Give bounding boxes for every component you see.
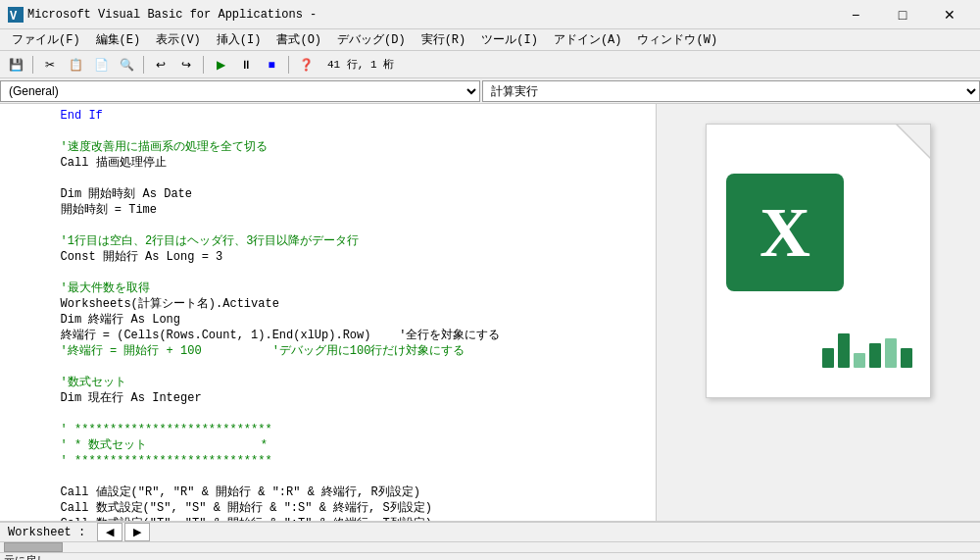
- excel-file-preview: X: [706, 124, 931, 398]
- window-title: Microsoft Visual Basic for Applications …: [27, 8, 833, 22]
- code-line: [0, 218, 656, 233]
- data-bar: [838, 333, 850, 368]
- code-line: [0, 265, 656, 280]
- app-icon: V: [8, 7, 24, 23]
- code-line: Dim 終端行 As Long: [0, 312, 656, 328]
- code-line: Call 数式設定("S", "S" & 開始行 & ":S" & 終端行, S…: [0, 500, 656, 516]
- status-bar: 元に戻し: [0, 552, 980, 560]
- code-line: '速度改善用に描画系の処理を全て切る: [0, 139, 656, 155]
- code-line: '最大件数を取得: [0, 280, 656, 296]
- code-line: ' ****************************: [0, 453, 656, 469]
- selector-bar: (General) 計算実行: [0, 78, 980, 104]
- find-button[interactable]: 🔍: [115, 54, 138, 76]
- redo-button[interactable]: ↪: [174, 54, 198, 76]
- toolbar-separator-2: [143, 56, 144, 74]
- horizontal-scrollbar[interactable]: [0, 541, 980, 552]
- code-line: ' * 数式セット *: [0, 437, 656, 453]
- toolbar-separator-1: [32, 56, 33, 74]
- code-line: [0, 124, 656, 139]
- scope-dropdown[interactable]: (General): [0, 80, 480, 102]
- code-line: [0, 359, 656, 375]
- code-line: [0, 469, 656, 484]
- menu-item-run[interactable]: 実行(R): [414, 29, 474, 50]
- close-button[interactable]: ✕: [927, 3, 972, 26]
- status-text: 元に戻し: [4, 553, 47, 560]
- window-controls: − □ ✕: [833, 3, 972, 26]
- data-bar: [854, 353, 865, 368]
- menu-item-view[interactable]: 表示(V): [148, 29, 209, 50]
- code-line: End If: [0, 108, 656, 124]
- menu-item-format[interactable]: 書式(O): [269, 29, 329, 50]
- code-line: '数式セット: [0, 375, 656, 390]
- menu-item-insert[interactable]: 挿入(I): [209, 29, 270, 50]
- code-line: Worksheets(計算シート名).Activate: [0, 296, 656, 312]
- run-button[interactable]: ▶: [209, 54, 232, 76]
- undo-button[interactable]: ↩: [149, 54, 172, 76]
- menu-item-edit[interactable]: 編集(E): [88, 29, 149, 50]
- cut-button[interactable]: ✂: [38, 54, 62, 76]
- data-bar: [885, 338, 897, 368]
- menu-item-file[interactable]: ファイル(F): [4, 29, 88, 50]
- code-line: '終端行 = 開始行 + 100 'デバッグ用に100行だけ対象にする: [0, 343, 656, 359]
- stop-button[interactable]: ■: [260, 54, 283, 76]
- menu-item-debug[interactable]: デバッグ(D): [329, 29, 414, 50]
- code-line: '1行目は空白、2行目はヘッダ行、3行目以降がデータ行: [0, 233, 656, 249]
- code-line: 終端行 = (Cells(Rows.Count, 1).End(xlUp).Ro…: [0, 328, 656, 343]
- menu-bar: ファイル(F)編集(E)表示(V)挿入(I)書式(O)デバッグ(D)実行(R)ツ…: [0, 29, 980, 51]
- right-panel: X: [657, 104, 980, 521]
- data-bar: [822, 348, 834, 368]
- bottom-area: Worksheet : ◀ ▶ 元に戻し: [0, 521, 980, 560]
- title-bar: V Microsoft Visual Basic for Application…: [0, 0, 980, 29]
- excel-x-letter: X: [760, 197, 810, 268]
- procedure-dropdown[interactable]: 計算実行: [482, 80, 980, 102]
- menu-item-window[interactable]: ウィンドウ(W): [629, 29, 725, 50]
- worksheet-label: Worksheet :: [4, 524, 89, 541]
- toolbar: 💾 ✂ 📋 📄 🔍 ↩ ↪ ▶ ⏸ ■ ❓ 41 行, 1 桁: [0, 51, 980, 78]
- doc-fold-inner: [898, 125, 930, 157]
- worksheet-nav-prev[interactable]: ◀: [97, 523, 122, 541]
- minimize-button[interactable]: −: [833, 3, 878, 26]
- data-bar: [869, 343, 881, 368]
- code-line: Dim 開始時刻 As Date: [0, 186, 656, 202]
- copy-button[interactable]: 📋: [64, 54, 87, 76]
- restore-button[interactable]: □: [880, 3, 925, 26]
- excel-icon-background: X: [726, 174, 844, 291]
- menu-item-tools[interactable]: ツール(I): [473, 29, 546, 50]
- code-line: Dim 現在行 As Integer: [0, 390, 656, 406]
- code-line: Call 数式設定("T", "T" & 開始行 & ":T" & 終端行, T…: [0, 516, 656, 521]
- worksheet-nav-next[interactable]: ▶: [124, 523, 150, 541]
- worksheet-tabs: Worksheet : ◀ ▶: [0, 522, 980, 541]
- code-line: ' ****************************: [0, 422, 656, 437]
- code-line: [0, 171, 656, 186]
- pause-button[interactable]: ⏸: [234, 54, 258, 76]
- toolbar-separator-4: [288, 56, 289, 74]
- help-button[interactable]: ❓: [294, 54, 318, 76]
- save-button[interactable]: 💾: [4, 54, 27, 76]
- paste-button[interactable]: 📄: [89, 54, 113, 76]
- code-line: Call 描画処理停止: [0, 155, 656, 171]
- code-line: Const 開始行 As Long = 3: [0, 249, 656, 265]
- code-line: [0, 406, 656, 422]
- svg-text:V: V: [10, 10, 18, 23]
- toolbar-separator-3: [203, 56, 204, 74]
- code-line: 開始時刻 = Time: [0, 202, 656, 218]
- data-bar: [901, 348, 912, 368]
- code-editor[interactable]: End If '速度改善用に描画系の処理を全て切る Call 描画処理停止 Di…: [0, 104, 656, 521]
- code-line: Call 値設定("R", "R" & 開始行 & ":R" & 終端行, R列…: [0, 484, 656, 500]
- code-panel: End If '速度改善用に描画系の処理を全て切る Call 描画処理停止 Di…: [0, 104, 657, 521]
- position-indicator: 41 行, 1 桁: [327, 57, 394, 72]
- main-area: End If '速度改善用に描画系の処理を全て切る Call 描画処理停止 Di…: [0, 104, 980, 521]
- menu-item-addins[interactable]: アドイン(A): [546, 29, 630, 50]
- excel-data-visualization: [822, 319, 920, 368]
